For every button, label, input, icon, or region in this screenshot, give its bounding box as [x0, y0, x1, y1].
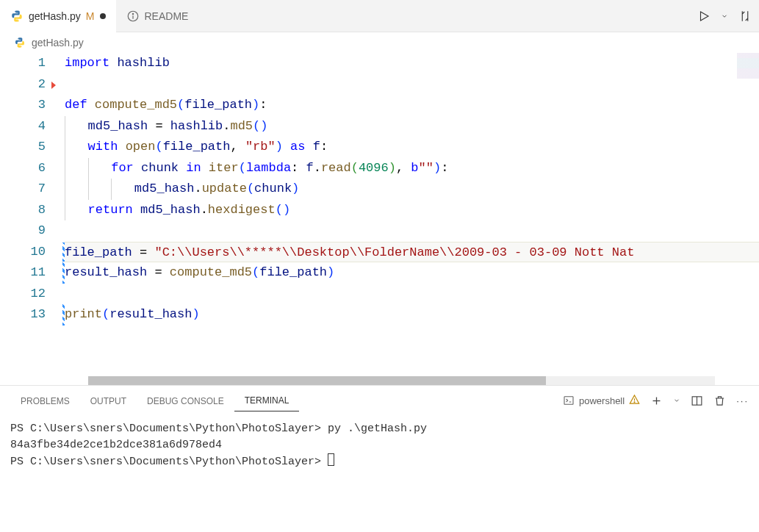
tab-label: README	[145, 10, 189, 22]
warning-icon	[629, 394, 640, 407]
panel-actions: powershell ···	[563, 394, 749, 407]
modified-badge: M	[86, 10, 95, 22]
svg-point-5	[634, 402, 635, 403]
python-icon	[13, 36, 26, 49]
tab-bar: getHash.py M README	[0, 0, 759, 32]
more-icon[interactable]: ···	[736, 395, 749, 406]
dirty-dot-icon	[100, 13, 106, 19]
tab-actions	[697, 10, 759, 23]
panel-tab-output[interactable]: OUTPUT	[80, 390, 137, 411]
panel: PROBLEMS OUTPUT DEBUG CONSOLE TERMINAL p…	[0, 385, 759, 532]
svg-point-2	[132, 13, 133, 14]
split-terminal-icon[interactable]	[691, 395, 703, 407]
scrollbar-thumb[interactable]	[88, 376, 546, 385]
panel-tab-debug[interactable]: DEBUG CONSOLE	[137, 390, 234, 411]
svg-rect-3	[564, 397, 573, 405]
tab-label: getHash.py	[29, 10, 81, 22]
trash-icon[interactable]	[713, 395, 726, 407]
terminal-icon	[563, 395, 575, 406]
panel-tab-terminal[interactable]: TERMINAL	[234, 389, 300, 411]
tab-readme[interactable]: README	[116, 0, 199, 32]
run-icon[interactable]	[697, 10, 711, 23]
panel-tab-problems[interactable]: PROBLEMS	[10, 390, 80, 411]
chevron-down-icon[interactable]	[721, 12, 728, 20]
python-icon	[10, 10, 24, 23]
tab-gethash[interactable]: getHash.py M	[0, 0, 116, 32]
info-icon	[126, 10, 140, 23]
gutter[interactable]: 12345678910111213	[0, 53, 65, 326]
code-area[interactable]: import hashlibdef compute_md5(file_path)…	[65, 53, 759, 326]
terminal-output[interactable]: PS C:\Users\sners\Documents\Python\Photo…	[0, 415, 759, 532]
editor[interactable]: 12345678910111213 import hashlibdef comp…	[0, 53, 759, 385]
shell-name: powershell	[579, 395, 625, 406]
breadcrumb[interactable]: getHash.py	[0, 32, 759, 53]
horizontal-scrollbar[interactable]	[88, 376, 715, 385]
breadcrumb-file: getHash.py	[32, 37, 84, 48]
compare-icon[interactable]	[738, 10, 752, 23]
panel-tabs: PROBLEMS OUTPUT DEBUG CONSOLE TERMINAL p…	[0, 386, 759, 415]
new-terminal-icon[interactable]	[650, 395, 663, 407]
shell-indicator[interactable]: powershell	[563, 394, 640, 407]
chevron-down-icon[interactable]	[673, 397, 680, 404]
